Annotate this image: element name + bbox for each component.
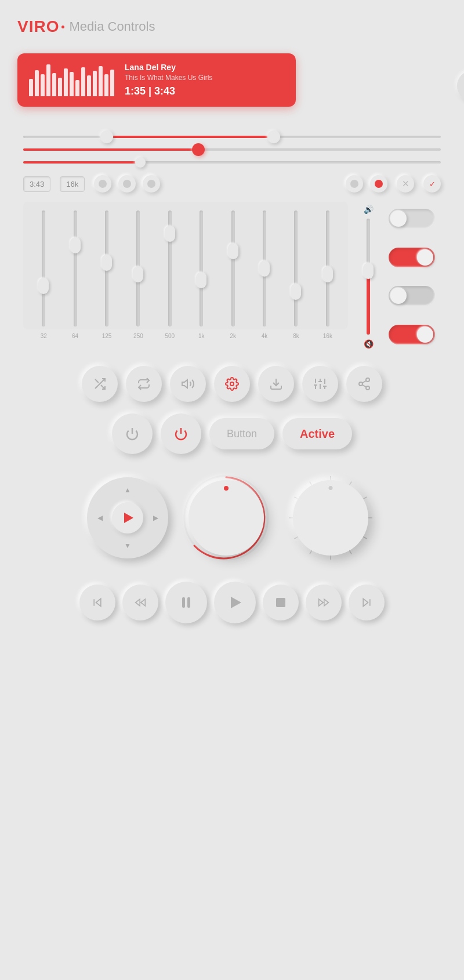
eq-bars [23, 202, 348, 329]
gray-knob-indicator [329, 486, 333, 490]
eq-main: 32 64 125 250 500 1k 2k 4k 8k 16k [23, 202, 348, 349]
eq-slider-125[interactable] [92, 210, 121, 326]
header: VIRO Media Controls [17, 17, 447, 36]
settings-button[interactable] [214, 366, 250, 402]
default-button-label: Button [227, 428, 257, 440]
transport-controls [23, 582, 441, 623]
play-button[interactable] [214, 582, 256, 623]
track-title: This Is What Makes Us Girls [125, 74, 284, 82]
repeat-button[interactable] [126, 366, 162, 402]
check-button[interactable]: ✓ [423, 175, 441, 193]
eq-thumb-4k[interactable] [259, 260, 270, 277]
dpad-down[interactable]: ▼ [119, 538, 136, 554]
gray-knob-body[interactable] [293, 480, 368, 556]
svg-marker-35 [141, 599, 146, 606]
eq-slider-2k[interactable] [218, 210, 247, 326]
eq-slider-8k[interactable] [281, 210, 310, 326]
radio-button-1[interactable] [94, 175, 111, 193]
radio-button-4[interactable] [346, 175, 363, 193]
eq-thumb-2k[interactable] [228, 243, 238, 259]
eq-thumb-250[interactable] [133, 266, 143, 282]
download-button[interactable] [258, 366, 294, 402]
play-icon [231, 597, 241, 608]
volume-track[interactable] [367, 219, 370, 335]
range-thumb-right[interactable] [267, 130, 280, 143]
toggle-3[interactable] [389, 286, 435, 306]
eq-thumb-500[interactable] [165, 226, 175, 242]
eq-thumb-125[interactable] [102, 255, 112, 271]
range-slider[interactable] [23, 136, 441, 138]
eq-label-1k: 1k [187, 333, 216, 339]
eq-thumb-8k[interactable] [291, 284, 301, 300]
rewind-button[interactable] [122, 585, 158, 620]
controls-row: 3:43 16k ✕ ✓ [23, 175, 441, 193]
radio-button-record[interactable] [370, 175, 387, 193]
power-button-inactive[interactable] [112, 413, 153, 454]
eq-thumb-64[interactable] [70, 237, 81, 253]
volume-thumb[interactable] [192, 143, 205, 156]
share-button[interactable] [346, 366, 382, 402]
skip-forward-button[interactable] [349, 585, 385, 620]
eq-label-32: 32 [29, 333, 58, 339]
volume-button[interactable] [170, 366, 206, 402]
eq-slider-1k[interactable] [187, 210, 216, 326]
volume-icon-bottom: 🔇 [364, 339, 374, 349]
dpad-right[interactable]: ▶ [147, 510, 164, 526]
range-thumb-left[interactable] [100, 130, 113, 143]
bass-thumb[interactable] [135, 157, 146, 168]
volume-slider[interactable] [23, 148, 441, 151]
red-knob-indicator [224, 486, 229, 491]
dpad-left[interactable]: ◀ [92, 510, 108, 526]
radio-button-2[interactable] [118, 175, 136, 193]
eq-slider-16k[interactable] [313, 210, 342, 326]
eq-label-8k: 8k [281, 333, 310, 339]
eq-button[interactable] [302, 366, 338, 402]
dpad-center-play[interactable] [112, 502, 143, 533]
svg-marker-0 [182, 380, 187, 388]
eq-slider-64[interactable] [60, 210, 89, 326]
eq-labels: 32 64 125 250 500 1k 2k 4k 8k 16k [23, 333, 348, 339]
eject-button[interactable]: ▲ [457, 71, 464, 101]
radio-group-2 [346, 175, 387, 193]
eq-label-16k: 16k [313, 333, 342, 339]
eq-label-64: 64 [60, 333, 89, 339]
stop-icon [276, 598, 285, 607]
active-button[interactable]: Active [282, 418, 352, 449]
eq-thumb-32[interactable] [38, 278, 49, 294]
radio-button-3[interactable] [143, 175, 160, 193]
eq-slider-250[interactable] [124, 210, 153, 326]
eq-label-4k: 4k [250, 333, 279, 339]
eq-section: 32 64 125 250 500 1k 2k 4k 8k 16k 🔊 🔇 [23, 202, 441, 349]
skip-back-button[interactable] [79, 585, 115, 620]
pause-button[interactable] [165, 582, 207, 623]
eq-slider-32[interactable] [29, 210, 58, 326]
fast-forward-button[interactable] [306, 585, 342, 620]
eq-thumb-16k[interactable] [322, 266, 333, 282]
eq-label-500: 500 [155, 333, 184, 339]
eq-slider-4k[interactable] [250, 210, 279, 326]
power-button-active[interactable] [161, 413, 201, 454]
logo-text: VIRO [17, 17, 59, 36]
toggle-1-knob [390, 210, 407, 227]
default-button[interactable]: Button [209, 418, 274, 449]
volume-v-thumb[interactable] [363, 263, 374, 279]
eq-label-125: 125 [92, 333, 121, 339]
eq-slider-500[interactable] [155, 210, 184, 326]
header-title: Media Controls [69, 19, 155, 34]
toggle-2[interactable] [389, 248, 435, 267]
svg-line-16 [362, 381, 367, 383]
red-knob-container [180, 471, 273, 564]
logo-dot [61, 26, 64, 28]
stop-button[interactable] [263, 585, 299, 620]
power-row: Button Active [23, 413, 441, 454]
toggle-4[interactable] [389, 325, 435, 344]
shuffle-button[interactable] [82, 366, 118, 402]
red-knob-body[interactable] [188, 480, 264, 556]
bass-slider[interactable] [23, 161, 441, 164]
cancel-button[interactable]: ✕ [397, 175, 414, 193]
eq-thumb-1k[interactable] [196, 272, 206, 288]
active-button-label: Active [300, 427, 335, 441]
toggle-1[interactable] [389, 209, 435, 228]
action-buttons [23, 366, 441, 402]
dpad-up[interactable]: ▲ [119, 482, 136, 498]
